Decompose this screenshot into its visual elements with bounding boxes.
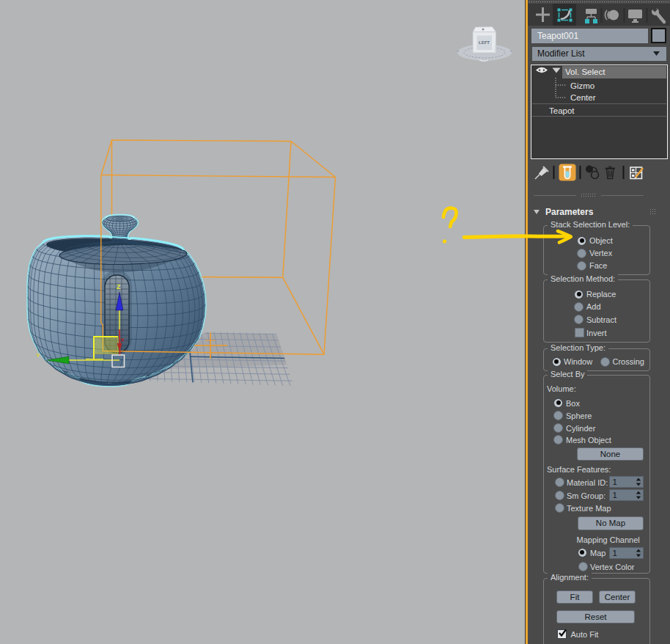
svg-text:Y: Y (37, 352, 40, 359)
svg-text:Z: Z (117, 283, 121, 290)
svg-text:LEFT: LEFT (479, 40, 490, 45)
svg-text:X: X (121, 337, 125, 343)
